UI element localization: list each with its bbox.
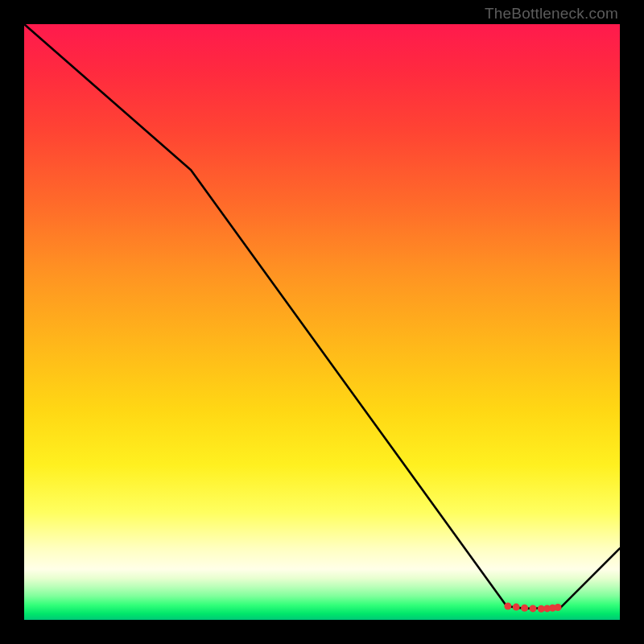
bottleneck-line [24,24,620,609]
optimal-marker [530,605,537,612]
optimal-markers [504,603,561,613]
chart-container: TheBottleneck.com [0,0,644,644]
optimal-marker [513,604,520,611]
optimal-marker [521,605,528,612]
optimal-marker [555,604,562,611]
line-series [24,24,620,609]
chart-overlay [0,0,644,644]
optimal-marker [504,603,511,610]
